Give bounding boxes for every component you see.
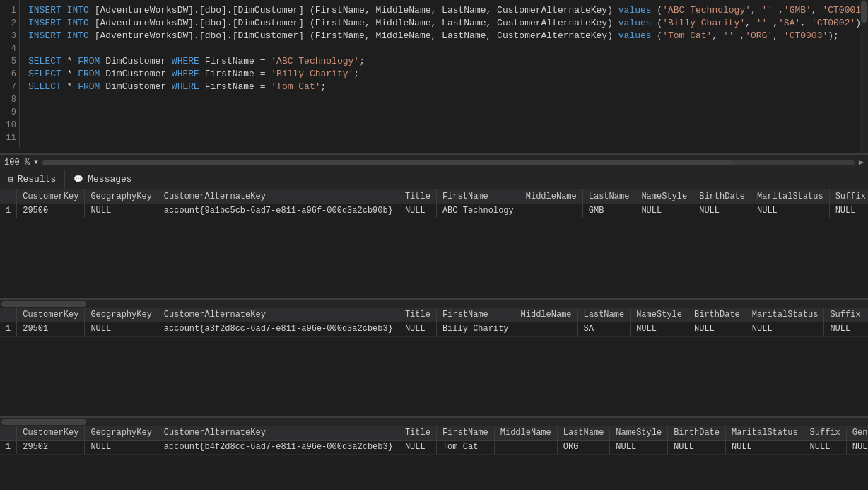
cell-alternatekey: account{a3f2d8cc-6ad7-e811-a96e-000d3a2c…	[158, 322, 399, 336]
result2-h-scrollbar[interactable]	[0, 417, 868, 426]
cell-title: NULL	[399, 204, 436, 218]
result2-scrollbar-thumb[interactable]	[1, 419, 86, 425]
cell-geographykey: NULL	[85, 440, 158, 454]
zoom-level: 100 %	[4, 158, 30, 168]
cell-suffix: NULL	[829, 204, 868, 218]
cell-middlename	[520, 204, 582, 218]
table-row: 1 29501 NULL account{a3f2d8cc-6ad7-e811-…	[0, 322, 868, 336]
col-namestyle: NameStyle	[635, 189, 693, 204]
cell-maritalstatus: NULL	[725, 440, 804, 454]
grid-icon: ⊞	[8, 175, 13, 184]
table-row: 1 29500 NULL account{9a1bc5cb-6ad7-e811-…	[0, 204, 868, 218]
cell-customerkey: 29502	[17, 440, 85, 454]
col-birthdate: BirthDate	[693, 189, 751, 204]
result-table-1: CustomerKey GeographyKey CustomerAlterna…	[0, 189, 868, 218]
col-customeralternatekey: CustomerAlternateKey	[158, 426, 399, 440]
cell-middlename	[515, 322, 577, 336]
zoom-bar: 100 % ▼ ▶	[0, 154, 868, 170]
col-middlename: MiddleName	[515, 308, 577, 322]
col-lastname: LastName	[577, 308, 631, 322]
cell-firstname: ABC Technology	[436, 204, 520, 218]
col-customerkey: CustomerKey	[17, 189, 85, 204]
cell-alternatekey: account{b4f2d8cc-6ad7-e811-a96e-000d3a2c…	[158, 440, 399, 454]
header-row-2: CustomerKey GeographyKey CustomerAlterna…	[0, 308, 868, 322]
cell-namestyle: NULL	[635, 204, 693, 218]
cell-geographykey: NULL	[85, 204, 158, 218]
header-row-1: CustomerKey GeographyKey CustomerAlterna…	[0, 189, 868, 204]
cell-middlename	[494, 440, 557, 454]
col-birthdate: BirthDate	[668, 426, 726, 440]
col-firstname: FirstName	[436, 308, 515, 322]
result-table-2: CustomerKey GeographyKey CustomerAlterna…	[0, 308, 868, 337]
col-suffix: Suffix	[829, 189, 868, 204]
col-customeralternatekey: CustomerAlternateKey	[158, 308, 399, 322]
cell-birthdate: NULL	[668, 440, 726, 454]
col-customeralternatekey: CustomerAlternateKey	[158, 189, 399, 204]
editor-h-scrollbar[interactable]	[42, 160, 855, 165]
col-rownum	[0, 189, 17, 204]
row-number: 1	[0, 204, 17, 218]
tab-messages[interactable]: 💬 Messages	[65, 170, 141, 189]
zoom-dropdown-arrow[interactable]: ▼	[34, 158, 38, 166]
editor-v-scrollbar[interactable]	[860, 0, 868, 153]
tab-results[interactable]: ⊞ Results	[0, 170, 65, 189]
col-maritalstatus: MaritalStatus	[746, 308, 824, 322]
messages-icon: 💬	[74, 175, 83, 184]
col-title: Title	[399, 189, 436, 204]
cell-maritalstatus: NULL	[751, 204, 830, 218]
scroll-right-arrow[interactable]: ▶	[859, 157, 864, 168]
cell-customerkey: 29501	[17, 322, 85, 336]
col-lastname: LastName	[582, 189, 635, 204]
cell-birthdate: NULL	[688, 322, 746, 336]
row-number: 1	[0, 322, 17, 336]
col-lastname: LastName	[557, 426, 610, 440]
sql-editor[interactable]: 1 2 3 4 5 6 7 8 9 10 11 INSERT INTO [Adv…	[0, 0, 868, 154]
cell-geographykey: NULL	[85, 322, 158, 336]
col-suffix: Suffix	[804, 426, 846, 440]
col-title: Title	[399, 426, 436, 440]
col-maritalstatus: MaritalStatus	[751, 189, 830, 204]
editor-scrollbar-thumb[interactable]	[861, 1, 867, 23]
col-firstname: FirstName	[436, 189, 520, 204]
code-content[interactable]: INSERT INTO [AdventureWorksDW].[dbo].[Di…	[23, 0, 868, 98]
col-firstname: FirstName	[436, 426, 494, 440]
cell-lastname: ORG	[557, 440, 610, 454]
tab-messages-label: Messages	[88, 174, 131, 185]
col-title: Title	[399, 308, 436, 322]
col-gender: Gender	[846, 426, 868, 440]
result-set-2: CustomerKey GeographyKey CustomerAlterna…	[0, 308, 868, 417]
col-namestyle: NameStyle	[610, 426, 668, 440]
cell-title: NULL	[399, 322, 436, 336]
cell-lastname: SA	[577, 322, 631, 336]
editor-h-scrollbar-thumb[interactable]	[42, 160, 732, 165]
tab-results-label: Results	[18, 174, 57, 185]
cell-firstname: Billy Charity	[436, 322, 515, 336]
col-middlename: MiddleName	[494, 426, 557, 440]
col-geographykey: GeographyKey	[85, 308, 158, 322]
cell-maritalstatus: NULL	[746, 322, 824, 336]
cell-namestyle: NULL	[610, 440, 668, 454]
result1-scrollbar-thumb[interactable]	[1, 301, 86, 307]
result1-h-scrollbar[interactable]	[0, 299, 868, 308]
cell-suffix: NULL	[824, 322, 867, 336]
col-customerkey: CustomerKey	[17, 426, 85, 440]
result-table-3: CustomerKey GeographyKey CustomerAlterna…	[0, 426, 868, 455]
cell-suffix: NULL	[804, 440, 846, 454]
cell-firstname: Tom Cat	[436, 440, 494, 454]
cell-title: NULL	[399, 440, 436, 454]
table-row: 1 29502 NULL account{b4f2d8cc-6ad7-e811-…	[0, 440, 868, 454]
cell-alternatekey: account{9a1bc5cb-6ad7-e811-a96f-000d3a2c…	[158, 204, 399, 218]
col-geographykey: GeographyKey	[85, 189, 158, 204]
cell-gender: NULL	[846, 440, 868, 454]
col-birthdate: BirthDate	[688, 308, 746, 322]
cell-customerkey: 29500	[17, 204, 85, 218]
result-set-3: CustomerKey GeographyKey CustomerAlterna…	[0, 426, 868, 490]
cell-birthdate: NULL	[693, 204, 751, 218]
col-maritalstatus: MaritalStatus	[725, 426, 804, 440]
cell-namestyle: NULL	[631, 322, 688, 336]
col-suffix: Suffix	[824, 308, 867, 322]
row-number: 1	[0, 440, 17, 454]
result-set-1: CustomerKey GeographyKey CustomerAlterna…	[0, 189, 868, 299]
cell-lastname: GMB	[582, 204, 635, 218]
col-customerkey: CustomerKey	[17, 308, 85, 322]
